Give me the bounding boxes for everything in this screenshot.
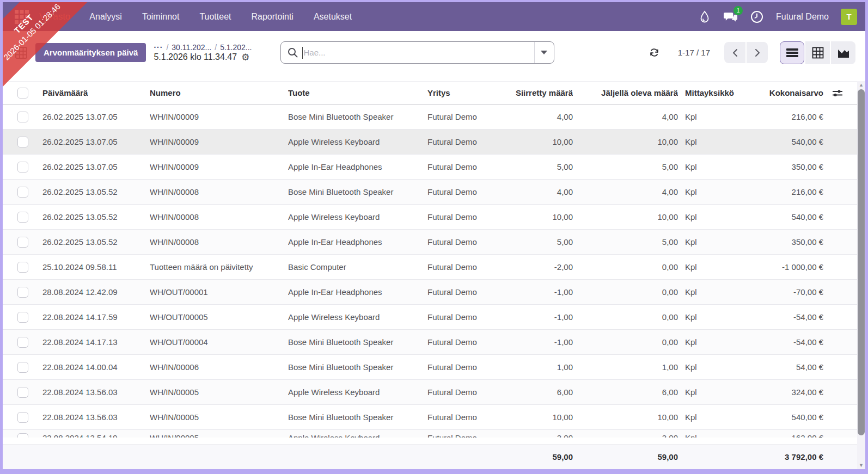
droplet-icon[interactable] <box>698 10 712 24</box>
nav-item-toiminnot[interactable]: Toiminnot <box>142 12 179 22</box>
row-checkbox[interactable] <box>17 212 28 223</box>
cell-kokonaisarvo: 350,00 € <box>757 162 823 171</box>
nav-item-raportointi[interactable]: Raportointi <box>252 12 294 22</box>
row-checkbox[interactable] <box>17 162 28 173</box>
total-siirretty: 59,00 <box>509 452 573 461</box>
pager-previous-button[interactable] <box>724 42 745 63</box>
row-checkbox[interactable] <box>17 412 28 423</box>
table-row[interactable]: 22.08.2024 13.54.19 WH/IN/00005 Apple Wi… <box>3 430 857 438</box>
chat-icon[interactable]: 1 <box>724 10 738 24</box>
row-checkbox[interactable] <box>17 137 28 147</box>
avatar[interactable]: T <box>841 9 857 25</box>
breadcrumb-link-2[interactable]: 5.1.202... <box>220 43 252 52</box>
row-checkbox[interactable] <box>17 362 28 373</box>
cell-yritys: Futural Demo <box>427 413 509 422</box>
view-switcher <box>780 41 855 64</box>
scrollbar-thumb[interactable] <box>858 89 865 435</box>
table-row[interactable]: 22.08.2024 14.17.13 WH/OUT/00004 Bose Mi… <box>3 330 857 355</box>
table-row[interactable]: 26.02.2025 13.07.05 WH/IN/00009 Apple In… <box>3 155 857 180</box>
header-paivamaara[interactable]: Päivämäärä <box>42 88 150 97</box>
cell-siirretty-maara: 6,00 <box>509 387 573 397</box>
list-view-button[interactable] <box>780 41 804 64</box>
header-siirretty-maara[interactable]: Siirretty määrä <box>509 88 573 97</box>
cell-numero: Tuotteen määrä on päivitetty <box>150 262 288 272</box>
valuation-date-button[interactable]: Arvonmäärityksen päivä <box>35 43 146 62</box>
scroll-down-icon[interactable]: ▼ <box>857 461 865 469</box>
row-checkbox[interactable] <box>17 237 28 248</box>
cell-kokonaisarvo: -54,00 € <box>757 312 823 322</box>
apps-grid-icon[interactable] <box>11 6 33 28</box>
cell-mittayksikko: Kpl <box>678 212 757 221</box>
select-all-checkbox[interactable] <box>17 88 28 99</box>
cell-mittayksikko: Kpl <box>678 237 757 247</box>
pager-next-button[interactable] <box>747 42 768 63</box>
table-row[interactable]: 26.02.2025 13.07.05 WH/IN/00009 Apple Wi… <box>3 130 857 155</box>
scroll-up-icon[interactable]: ▲ <box>857 81 865 89</box>
search-filters-toggle[interactable] <box>534 42 554 63</box>
table-row[interactable]: 26.02.2025 13.07.05 WH/IN/00009 Bose Min… <box>3 104 857 130</box>
cell-numero: WH/IN/00005 <box>150 413 288 422</box>
vertical-scrollbar[interactable]: ▲ ▼ <box>857 81 865 469</box>
gear-icon[interactable]: ⚙ <box>241 53 249 62</box>
row-checkbox[interactable] <box>17 287 28 298</box>
table-row[interactable]: 25.10.2024 09.58.11 Tuotteen määrä on pä… <box>3 255 857 280</box>
app-name[interactable]: Varasto <box>39 11 70 22</box>
cell-yritys: Futural Demo <box>427 312 509 322</box>
header-kokonaisarvo[interactable]: Kokonaisarvo <box>757 88 823 97</box>
cell-yritys: Futural Demo <box>427 237 509 247</box>
row-checkbox[interactable] <box>17 112 28 122</box>
table-row[interactable]: 28.08.2024 12.42.09 WH/OUT/00001 Apple I… <box>3 280 857 305</box>
header-yritys[interactable]: Yritys <box>427 88 509 97</box>
record-view-icon <box>15 46 28 59</box>
cell-yritys: Futural Demo <box>427 362 509 372</box>
header-numero[interactable]: Numero <box>150 88 288 97</box>
row-checkbox[interactable] <box>17 262 28 273</box>
table-row[interactable]: 26.02.2025 13.05.52 WH/IN/00008 Apple Wi… <box>3 205 857 230</box>
cell-paivamaara: 22.08.2024 14.17.59 <box>42 312 150 322</box>
breadcrumb: ··· / 30.11.202... / 5.1.202... <box>154 43 252 52</box>
row-checkbox[interactable] <box>17 187 28 198</box>
cell-numero: WH/OUT/00005 <box>150 312 288 322</box>
cell-numero: WH/IN/00005 <box>150 430 288 438</box>
header-jaljella-oleva-maara[interactable]: Jäljellä oleva määrä <box>573 88 678 97</box>
cell-mittayksikko: Kpl <box>678 312 757 322</box>
nav-item-tuotteet[interactable]: Tuotteet <box>199 12 231 22</box>
pivot-view-button[interactable] <box>805 41 830 64</box>
table-row[interactable]: 22.08.2024 14.17.59 WH/OUT/00005 Apple W… <box>3 305 857 330</box>
clock-icon[interactable] <box>750 10 764 24</box>
header-mittayksikko[interactable]: Mittayksikkö <box>678 88 757 97</box>
table-row[interactable]: 22.08.2024 13.56.03 WH/IN/00005 Bose Min… <box>3 405 857 430</box>
app-window: Varasto Analyysi Toiminnot Tuotteet Rapo… <box>0 0 868 474</box>
chevron-down-icon <box>541 51 547 54</box>
header-tuote[interactable]: Tuote <box>288 88 427 97</box>
control-panel: Arvonmäärityksen päivä ··· / 30.11.202..… <box>3 31 865 74</box>
nav-item-asetukset[interactable]: Asetukset <box>314 12 352 22</box>
nav-item-analyysi[interactable]: Analyysi <box>89 12 122 22</box>
user-menu[interactable]: Futural Demo <box>776 12 829 22</box>
refresh-icon[interactable] <box>646 45 663 61</box>
cell-yritys: Futural Demo <box>427 162 509 171</box>
row-checkbox[interactable] <box>17 387 28 398</box>
cell-mittayksikko: Kpl <box>678 287 757 297</box>
breadcrumb-link-1[interactable]: 30.11.202... <box>172 43 211 52</box>
optional-columns-icon[interactable] <box>823 88 845 98</box>
table-row[interactable]: 22.08.2024 13.56.03 WH/IN/00005 Apple Wi… <box>3 380 857 405</box>
cell-numero: WH/IN/00008 <box>150 187 288 196</box>
breadcrumb-overflow[interactable]: ··· <box>154 43 163 52</box>
cell-mittayksikko: Kpl <box>678 430 757 438</box>
row-checkbox[interactable] <box>17 312 28 323</box>
table-row[interactable]: 22.08.2024 14.00.04 WH/IN/00006 Bose Min… <box>3 355 857 380</box>
search-input[interactable] <box>304 42 534 63</box>
table-row[interactable]: 26.02.2025 13.05.52 WH/IN/00008 Apple In… <box>3 230 857 255</box>
cell-siirretty-maara: -1,00 <box>509 312 573 322</box>
cell-kokonaisarvo: 54,00 € <box>757 362 823 372</box>
cell-jaljella-oleva-maara: 10,00 <box>573 413 678 422</box>
cell-kokonaisarvo: 216,00 € <box>757 112 823 121</box>
cell-siirretty-maara: 5,00 <box>509 162 573 171</box>
graph-view-button[interactable] <box>831 41 855 64</box>
table-row[interactable]: 26.02.2025 13.05.52 WH/IN/00008 Bose Min… <box>3 180 857 205</box>
cell-paivamaara: 22.08.2024 14.00.04 <box>42 362 150 372</box>
row-checkbox[interactable] <box>17 337 28 348</box>
cell-tuote: Bose Mini Bluetooth Speaker <box>288 362 427 372</box>
row-checkbox[interactable] <box>17 433 28 438</box>
